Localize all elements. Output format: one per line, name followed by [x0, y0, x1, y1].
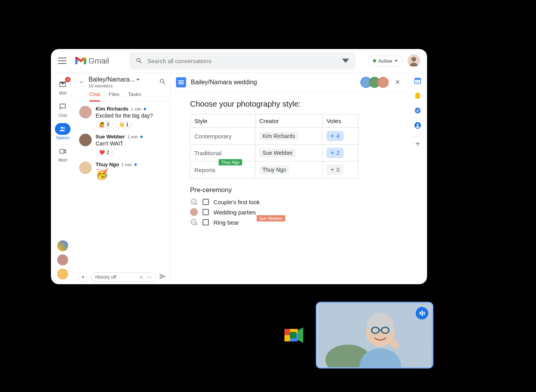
vote-button[interactable]: +2: [326, 148, 343, 158]
sender-avatar[interactable]: [79, 162, 92, 174]
chat-panel: ← Bailey/Namara... 10 members Chat Files…: [74, 73, 170, 284]
chat-tabs: Chat Files Tasks: [74, 90, 170, 102]
svg-point-3: [63, 127, 65, 129]
keep-icon[interactable]: [414, 92, 422, 100]
checkbox[interactable]: [203, 209, 209, 215]
photography-table: Style Creator Votes Contemporary Kim Ric…: [190, 114, 359, 178]
meet-overlay: [282, 302, 433, 368]
vote-button[interactable]: +4: [326, 131, 343, 141]
sender-avatar[interactable]: [79, 134, 92, 146]
more-options-icon[interactable]: ⋯: [147, 274, 152, 280]
reaction-chip[interactable]: ❤️2: [96, 149, 113, 156]
user-chip[interactable]: Thuy Ngo: [259, 165, 290, 174]
user-chip[interactable]: Sue Webber: [259, 149, 296, 157]
tab-tasks[interactable]: Tasks: [128, 91, 141, 102]
chat-search-button[interactable]: [159, 78, 166, 87]
svg-point-2: [61, 127, 63, 129]
user-chip[interactable]: Kim Richards: [259, 132, 298, 140]
rail-avatar[interactable]: [57, 254, 68, 265]
search-box[interactable]: [129, 52, 355, 69]
checkbox[interactable]: [203, 219, 209, 225]
rail-avatar[interactable]: [57, 240, 68, 251]
assign-icon[interactable]: [190, 218, 198, 226]
member-count[interactable]: 10 members: [89, 83, 139, 88]
chevron-down-icon[interactable]: [136, 79, 139, 81]
nav-meet[interactable]: Meet: [53, 144, 73, 164]
mail-icon: [59, 80, 67, 88]
checkbox[interactable]: [203, 199, 209, 205]
sender-avatar[interactable]: [79, 106, 92, 118]
checklist-text: Wedding parties: [214, 209, 256, 216]
nav-chat[interactable]: Chat: [53, 99, 73, 119]
compose-placeholder: History off: [95, 274, 116, 280]
account-avatar[interactable]: [407, 54, 420, 67]
checklist-item[interactable]: Ring bear Sue Webber: [190, 218, 389, 226]
vote-button[interactable]: +0: [326, 165, 343, 175]
chat-header: ← Bailey/Namara... 10 members: [74, 73, 170, 90]
google-meet-logo: [282, 323, 306, 347]
meet-icon: [59, 147, 67, 155]
get-addons-button[interactable]: +: [412, 136, 424, 144]
mail-badge: 4: [65, 77, 71, 82]
main-menu-button[interactable]: [58, 56, 67, 65]
close-doc-button[interactable]: ✕: [392, 77, 403, 88]
status-label: Active: [378, 58, 392, 64]
doc-header: Bailey/Namara wedding ✕: [170, 73, 408, 92]
tasks-icon[interactable]: [414, 107, 422, 114]
doc-title[interactable]: Bailey/Namara wedding: [191, 79, 257, 86]
doc-heading: Choose your photography style:: [190, 100, 389, 109]
checklist-item[interactable]: Wedding parties: [190, 208, 389, 216]
message-text: Excited for the big day?: [96, 113, 165, 119]
nav-mail[interactable]: 4 Mail: [53, 77, 73, 97]
search-input[interactable]: [147, 58, 337, 64]
section-heading: Pre-ceremony: [190, 186, 389, 194]
checklist-text: Couple's first look: [214, 199, 260, 205]
unread-dot: [144, 108, 146, 110]
docs-icon: [176, 77, 186, 87]
doc-body[interactable]: Choose your photography style: Style Cre…: [170, 92, 408, 284]
tab-files[interactable]: Files: [109, 91, 119, 102]
space-title[interactable]: Bailey/Namara...: [89, 76, 135, 83]
assign-icon[interactable]: [190, 198, 198, 206]
checklist-item[interactable]: Couple's first look: [190, 198, 389, 206]
contacts-icon[interactable]: [414, 122, 422, 129]
table-header: Votes: [322, 114, 359, 128]
unread-dot: [140, 136, 143, 138]
calendar-icon[interactable]: 31: [414, 77, 422, 85]
search-icon: [136, 57, 143, 64]
status-selector[interactable]: Active: [368, 56, 403, 66]
assignee-avatar[interactable]: [190, 208, 198, 216]
presence-avatars[interactable]: [360, 77, 389, 88]
nav-spaces[interactable]: Spaces: [53, 122, 73, 142]
search-icon: [159, 78, 166, 85]
collab-cursor: Sue Webber: [257, 215, 285, 221]
nav-rail: 4 Mail Chat Spaces Meet: [51, 73, 74, 284]
message-text: Can't WAIT: [96, 140, 165, 147]
chevron-down-icon: [395, 60, 398, 62]
send-button[interactable]: [159, 273, 166, 281]
svg-rect-4: [60, 149, 64, 153]
add-attachment-button[interactable]: +: [78, 272, 88, 282]
back-button[interactable]: ←: [78, 78, 85, 86]
message-item: Kim Richards1 min Excited for the big da…: [79, 106, 165, 128]
table-header: Creator: [255, 114, 322, 128]
message-emoji: 🥳: [96, 168, 165, 180]
reaction-chip[interactable]: 🙋3: [96, 121, 113, 128]
side-panel-rail: 31 +: [408, 73, 427, 284]
svg-point-12: [417, 124, 419, 126]
unread-dot: [134, 163, 137, 166]
active-status-dot: [373, 59, 376, 62]
rail-avatar[interactable]: [57, 269, 68, 279]
svg-rect-8: [415, 78, 421, 80]
main-body: 4 Mail Chat Spaces Meet: [51, 73, 427, 284]
reaction-chip[interactable]: 👋1: [115, 121, 132, 128]
compose-input[interactable]: History off ☺ ⋯: [91, 272, 156, 282]
svg-point-10: [415, 108, 421, 114]
gmail-icon: [75, 56, 86, 65]
app-name: Gmail: [89, 56, 109, 65]
tab-chat[interactable]: Chat: [89, 91, 100, 102]
video-call-tile[interactable]: [316, 302, 433, 368]
emoji-picker-icon[interactable]: ☺: [139, 274, 144, 280]
gmail-logo[interactable]: Gmail: [75, 56, 109, 65]
search-options-icon[interactable]: [342, 57, 349, 64]
